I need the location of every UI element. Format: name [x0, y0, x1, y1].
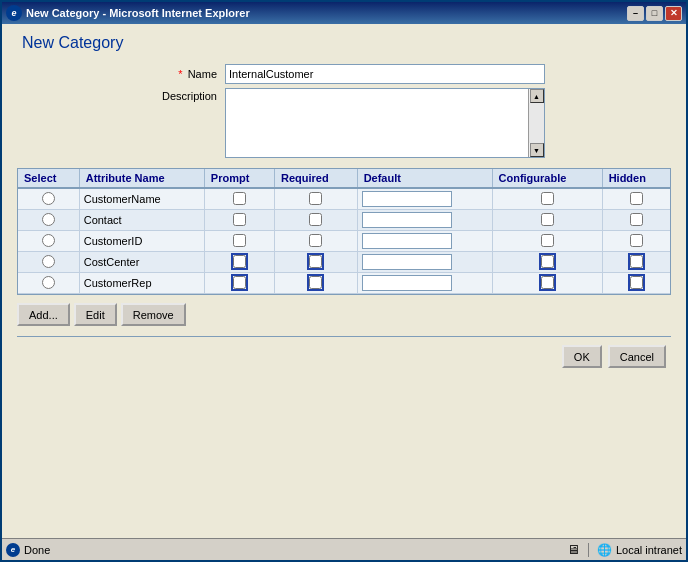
- table-row: CustomerName: [18, 188, 670, 210]
- required-checkbox[interactable]: [309, 255, 322, 268]
- scroll-track: [529, 103, 544, 143]
- configurable-cell: [492, 210, 602, 231]
- content-area: New Category * Name Description ▲ ▼: [2, 24, 686, 538]
- attribute-name-cell: CostCenter: [79, 252, 204, 273]
- title-bar: e New Category - Microsoft Internet Expl…: [2, 2, 686, 24]
- prompt-cell: [204, 273, 274, 294]
- default-input[interactable]: [362, 275, 452, 291]
- attribute-name-cell: CustomerRep: [79, 273, 204, 294]
- default-cell: [357, 273, 492, 294]
- prompt-checkbox[interactable]: [233, 276, 246, 289]
- select-radio[interactable]: [42, 192, 55, 205]
- page-title: New Category: [22, 34, 671, 52]
- ok-cancel-row: OK Cancel: [17, 345, 671, 368]
- select-cell: [18, 231, 79, 252]
- form-section: * Name Description ▲ ▼: [17, 64, 671, 158]
- select-radio[interactable]: [42, 255, 55, 268]
- name-input[interactable]: [225, 64, 545, 84]
- hidden-checkbox[interactable]: [630, 234, 643, 247]
- prompt-checkbox[interactable]: [233, 213, 246, 226]
- description-label: Description: [17, 88, 217, 102]
- prompt-cell: [204, 188, 274, 210]
- description-input[interactable]: [226, 89, 528, 157]
- name-row: * Name: [17, 64, 671, 84]
- attributes-table-container: Select Attribute Name Prompt Required De…: [17, 168, 671, 295]
- hidden-checkbox[interactable]: [630, 255, 643, 268]
- table-row: CostCenter: [18, 252, 670, 273]
- status-bar: e Done 🖥 🌐 Local intranet: [2, 538, 686, 560]
- hidden-cell: [602, 273, 670, 294]
- description-row: Description ▲ ▼: [17, 88, 671, 158]
- required-checkbox[interactable]: [309, 213, 322, 226]
- status-right: 🖥 🌐 Local intranet: [567, 542, 682, 557]
- ok-button[interactable]: OK: [562, 345, 602, 368]
- prompt-checkbox[interactable]: [233, 255, 246, 268]
- close-button[interactable]: ✕: [665, 6, 682, 21]
- required-checkbox[interactable]: [309, 276, 322, 289]
- default-input[interactable]: [362, 233, 452, 249]
- table-row: CustomerID: [18, 231, 670, 252]
- table-body: CustomerNameContactCustomerIDCostCenterC…: [18, 188, 670, 294]
- col-default: Default: [357, 169, 492, 188]
- attribute-name-cell: Contact: [79, 210, 204, 231]
- default-input[interactable]: [362, 254, 452, 270]
- configurable-checkbox[interactable]: [541, 276, 554, 289]
- col-attribute-name: Attribute Name: [79, 169, 204, 188]
- select-cell: [18, 210, 79, 231]
- prompt-cell: [204, 210, 274, 231]
- window-title: New Category - Microsoft Internet Explor…: [26, 7, 627, 19]
- remove-button[interactable]: Remove: [121, 303, 186, 326]
- configurable-checkbox[interactable]: [541, 234, 554, 247]
- configurable-checkbox[interactable]: [541, 255, 554, 268]
- default-cell: [357, 231, 492, 252]
- globe-icon: 🌐: [597, 543, 612, 557]
- prompt-cell: [204, 231, 274, 252]
- required-cell: [274, 252, 357, 273]
- select-radio[interactable]: [42, 234, 55, 247]
- description-scrollbar[interactable]: ▲ ▼: [528, 89, 544, 157]
- window-controls: – □ ✕: [627, 6, 682, 21]
- required-cell: [274, 231, 357, 252]
- hidden-checkbox[interactable]: [630, 213, 643, 226]
- default-cell: [357, 210, 492, 231]
- action-buttons: Add... Edit Remove: [17, 303, 671, 326]
- select-cell: [18, 188, 79, 210]
- col-select: Select: [18, 169, 79, 188]
- default-input[interactable]: [362, 191, 452, 207]
- configurable-checkbox[interactable]: [541, 213, 554, 226]
- select-cell: [18, 252, 79, 273]
- col-hidden: Hidden: [602, 169, 670, 188]
- required-checkbox[interactable]: [309, 234, 322, 247]
- col-required: Required: [274, 169, 357, 188]
- default-input[interactable]: [362, 212, 452, 228]
- configurable-checkbox[interactable]: [541, 192, 554, 205]
- table-header: Select Attribute Name Prompt Required De…: [18, 169, 670, 188]
- cancel-button[interactable]: Cancel: [608, 345, 666, 368]
- edit-button[interactable]: Edit: [74, 303, 117, 326]
- prompt-checkbox[interactable]: [233, 192, 246, 205]
- hidden-cell: [602, 252, 670, 273]
- name-label: * Name: [17, 68, 217, 80]
- status-done-text: Done: [24, 544, 50, 556]
- required-cell: [274, 210, 357, 231]
- prompt-checkbox[interactable]: [233, 234, 246, 247]
- add-button[interactable]: Add...: [17, 303, 70, 326]
- hidden-cell: [602, 231, 670, 252]
- select-radio[interactable]: [42, 276, 55, 289]
- hidden-checkbox[interactable]: [630, 192, 643, 205]
- required-cell: [274, 188, 357, 210]
- divider: [17, 336, 671, 337]
- default-cell: [357, 252, 492, 273]
- scroll-up-arrow[interactable]: ▲: [530, 89, 544, 103]
- select-cell: [18, 273, 79, 294]
- required-checkbox[interactable]: [309, 192, 322, 205]
- ie-icon: e: [6, 5, 22, 21]
- select-radio[interactable]: [42, 213, 55, 226]
- hidden-checkbox[interactable]: [630, 276, 643, 289]
- minimize-button[interactable]: –: [627, 6, 644, 21]
- attribute-name-cell: CustomerID: [79, 231, 204, 252]
- maximize-button[interactable]: □: [646, 6, 663, 21]
- status-ie-icon: e: [6, 543, 20, 557]
- scroll-down-arrow[interactable]: ▼: [530, 143, 544, 157]
- monitor-icon: 🖥: [567, 542, 580, 557]
